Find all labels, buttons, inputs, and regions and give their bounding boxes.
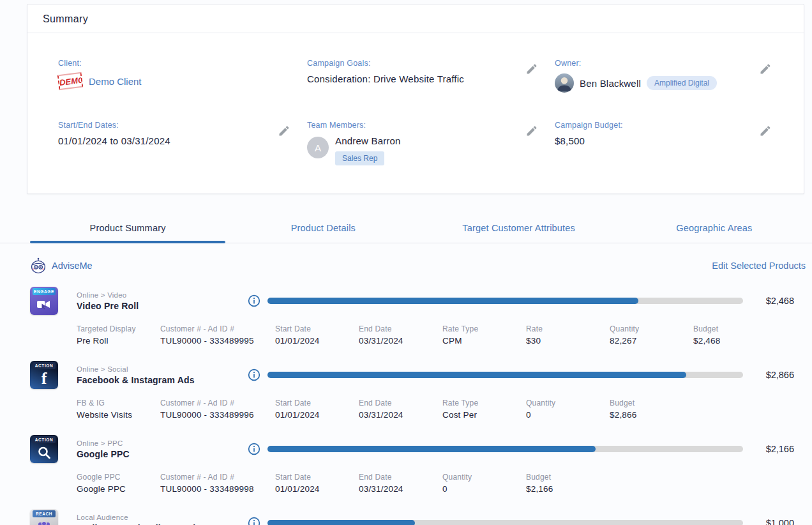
tab-label: Geographic Areas bbox=[676, 223, 752, 233]
campaign-goals-value: Consideration: Drive Website Traffic bbox=[307, 73, 464, 84]
pencil-icon bbox=[759, 125, 772, 137]
tab-target-customer-attributes[interactable]: Target Customer Attributes bbox=[421, 216, 617, 243]
detail-label: FB & IG bbox=[77, 399, 160, 407]
detail-label: Start Date bbox=[275, 473, 359, 482]
detail-cell: Targeted Display Pre Roll bbox=[77, 324, 160, 346]
product-details-row: FB & IG Website Visits Customer # - Ad I… bbox=[77, 399, 794, 420]
pencil-icon bbox=[278, 125, 290, 137]
product-tile-banner: ENGAGE bbox=[33, 288, 56, 295]
detail-cell: End Date 03/31/2024 bbox=[359, 473, 442, 494]
owner-label: Owner: bbox=[555, 59, 717, 68]
product-tile-banner: REACH bbox=[33, 510, 56, 517]
info-icon[interactable] bbox=[248, 443, 260, 455]
detail-value: 03/31/2024 bbox=[359, 336, 442, 346]
edit-team-button[interactable] bbox=[525, 125, 538, 137]
advise-me-label: AdviseMe bbox=[52, 261, 93, 271]
engage-video-icon: ENGAGE bbox=[30, 287, 58, 315]
product-tile-glyph bbox=[30, 443, 58, 462]
toolbar: AdviseMe Edit Selected Products bbox=[0, 243, 812, 283]
detail-cell: Budget $2,166 bbox=[526, 473, 610, 494]
detail-cell: Rate Type Cost Per bbox=[442, 399, 526, 420]
detail-cell: Start Date 01/01/2024 bbox=[275, 473, 359, 494]
edit-campaign-goals-button[interactable] bbox=[525, 63, 538, 75]
team-label: Team Members: bbox=[307, 121, 401, 130]
detail-cell: Quantity 82,267 bbox=[610, 324, 693, 346]
edit-owner-button[interactable] bbox=[759, 63, 772, 75]
client-link[interactable]: Demo Client bbox=[89, 76, 142, 87]
detail-cell: Rate Type CPM bbox=[442, 324, 526, 346]
budget-progress-track bbox=[267, 298, 743, 304]
product-name: Google PPC bbox=[77, 449, 248, 459]
detail-cell: End Date 03/31/2024 bbox=[359, 399, 442, 420]
product-tile-glyph bbox=[30, 295, 58, 314]
detail-value: 03/31/2024 bbox=[359, 484, 442, 494]
detail-value: 0 bbox=[442, 484, 526, 494]
reach-audience-icon: REACH bbox=[30, 509, 58, 525]
detail-value: Website Visits bbox=[77, 410, 160, 420]
budget-progress-track bbox=[267, 446, 743, 452]
detail-label: Quantity bbox=[526, 399, 610, 407]
edit-selected-products-link[interactable]: Edit Selected Products bbox=[712, 261, 806, 271]
product-amount: $2,866 bbox=[743, 370, 794, 380]
detail-label: Quantity bbox=[442, 473, 526, 482]
detail-cell: Budget $2,866 bbox=[610, 399, 693, 420]
tab-product-summary[interactable]: Product Summary bbox=[30, 216, 225, 243]
detail-label: Customer # - Ad ID # bbox=[160, 324, 275, 333]
detail-label: Budget bbox=[693, 324, 777, 333]
owner-cell: Owner: Ben Blackwell Amplified Digital bbox=[555, 59, 788, 93]
product-row: ACTION f Online > Social Facebook & Inst… bbox=[0, 357, 812, 426]
tab-label: Product Summary bbox=[90, 223, 166, 233]
dates-cell: Start/End Dates: 01/01/2024 to 03/31/202… bbox=[58, 121, 307, 165]
summary-body: Client: DEMO Demo Client Campaign Goals:… bbox=[27, 33, 804, 194]
budget-cell: Campaign Budget: $8,500 bbox=[555, 121, 788, 165]
info-icon[interactable] bbox=[248, 517, 260, 525]
action-search-icon: ACTION bbox=[30, 435, 58, 463]
advise-me-button[interactable]: AdviseMe bbox=[30, 257, 93, 274]
detail-value: $2,166 bbox=[526, 484, 610, 494]
pencil-icon bbox=[759, 63, 772, 75]
team-member-role-badge: Sales Rep bbox=[335, 151, 384, 165]
detail-cell: Start Date 01/01/2024 bbox=[275, 399, 359, 420]
campaign-goals-cell: Campaign Goals: Consideration: Drive Web… bbox=[307, 59, 555, 93]
detail-value: TUL90000 - 333489996 bbox=[160, 410, 275, 420]
edit-budget-button[interactable] bbox=[759, 125, 772, 137]
detail-label: Google PPC bbox=[77, 473, 160, 482]
budget-progress-track bbox=[267, 372, 743, 378]
product-row: ENGAGE Online > Video Video Pre Roll $2,… bbox=[0, 283, 812, 352]
detail-value: CPM bbox=[442, 336, 526, 346]
product-tile-banner: ACTION bbox=[33, 436, 56, 443]
summary-title: Summary bbox=[27, 4, 804, 33]
detail-value: $30 bbox=[526, 336, 610, 346]
person-silhouette-icon bbox=[555, 73, 574, 93]
client-label: Client: bbox=[58, 59, 142, 68]
tab-geographic-areas[interactable]: Geographic Areas bbox=[617, 216, 812, 243]
detail-cell: Customer # - Ad ID # TUL90000 - 33348999… bbox=[160, 324, 275, 346]
product-name: Madison Local Online & Print News Aud... bbox=[77, 523, 248, 525]
product-name: Facebook & Instagram Ads bbox=[77, 375, 248, 385]
detail-label: Budget bbox=[526, 473, 610, 482]
product-category: Online > Video bbox=[77, 291, 248, 299]
info-icon[interactable] bbox=[248, 294, 260, 307]
detail-cell: Customer # - Ad ID # TUL90000 - 33348999… bbox=[160, 473, 275, 494]
info-icon[interactable] bbox=[248, 369, 260, 381]
detail-label: Customer # - Ad ID # bbox=[160, 399, 275, 407]
detail-cell: Rate $30 bbox=[526, 324, 610, 346]
product-amount: $2,468 bbox=[743, 296, 794, 306]
detail-cell: FB & IG Website Visits bbox=[77, 399, 160, 420]
tab-product-details[interactable]: Product Details bbox=[225, 216, 421, 243]
action-facebook-icon: ACTION f bbox=[30, 361, 58, 389]
product-row: ACTION Online > PPC Google PPC $2,166 Go… bbox=[0, 431, 812, 500]
product-tile-banner: ACTION bbox=[33, 362, 56, 369]
budget-value: $8,500 bbox=[555, 135, 623, 146]
detail-label: End Date bbox=[359, 324, 442, 333]
detail-cell: End Date 03/31/2024 bbox=[359, 324, 442, 346]
tab-bar: Product Summary Product Details Target C… bbox=[0, 216, 812, 243]
product-tile-glyph: f bbox=[30, 369, 58, 388]
edit-dates-button[interactable] bbox=[278, 125, 290, 137]
product-category: Local Audience bbox=[77, 514, 248, 521]
detail-cell: Quantity 0 bbox=[526, 399, 610, 420]
detail-label: Start Date bbox=[275, 324, 359, 333]
pencil-icon bbox=[525, 63, 538, 75]
summary-card: Summary Client: DEMO Demo Client Campaig… bbox=[27, 4, 804, 194]
owner-org-badge: Amplified Digital bbox=[647, 76, 717, 90]
